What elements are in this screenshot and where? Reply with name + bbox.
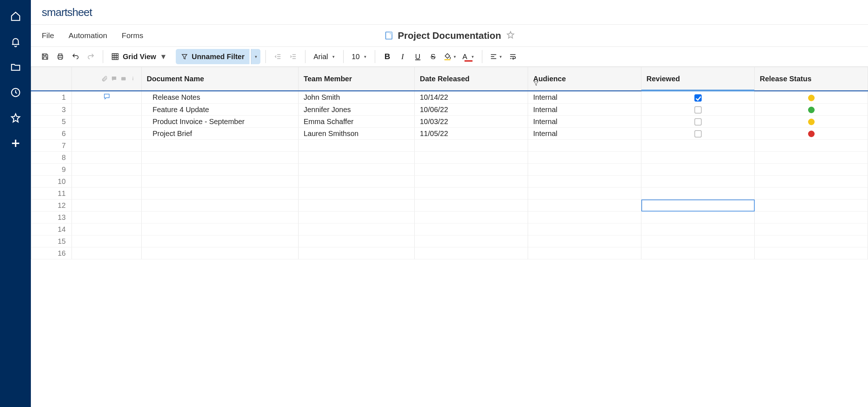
row-gutter[interactable] xyxy=(72,116,142,128)
row-gutter[interactable] xyxy=(72,211,142,223)
row-number[interactable]: 9 xyxy=(31,164,72,176)
cell-audience[interactable]: Internal xyxy=(528,128,641,140)
cell-document-name[interactable] xyxy=(142,235,299,247)
cell-reviewed[interactable] xyxy=(641,91,755,104)
cell-release-status[interactable] xyxy=(755,223,868,235)
favorite-star-icon[interactable] xyxy=(506,30,515,41)
cell-document-name[interactable] xyxy=(142,211,299,223)
underline-icon[interactable]: U xyxy=(411,50,425,63)
cell-audience[interactable] xyxy=(528,235,641,247)
cell-reviewed[interactable] xyxy=(641,104,755,116)
cell-release-status[interactable] xyxy=(755,128,868,140)
recents-icon[interactable] xyxy=(10,87,21,98)
cell-audience[interactable]: Internal xyxy=(528,91,641,104)
table-row[interactable]: 1Release NotesJohn Smith10/14/22Internal xyxy=(31,91,868,104)
cell-reviewed[interactable] xyxy=(641,247,755,259)
row-gutter[interactable] xyxy=(72,235,142,247)
brand-logo[interactable]: smartsheet xyxy=(42,6,92,18)
cell-team-member[interactable]: Emma Schaffer xyxy=(299,116,415,128)
col-team-member[interactable]: Team Member xyxy=(299,67,415,91)
row-number[interactable]: 3 xyxy=(31,104,72,116)
reviewed-checkbox[interactable] xyxy=(694,118,702,126)
view-switcher[interactable]: Grid View ▼ xyxy=(108,50,170,63)
bold-icon[interactable]: B xyxy=(380,50,394,63)
row-number[interactable]: 6 xyxy=(31,128,72,140)
cell-document-name[interactable]: Release Notes xyxy=(142,91,299,104)
print-icon[interactable] xyxy=(53,50,67,63)
cell-document-name[interactable] xyxy=(142,140,299,152)
cell-document-name[interactable] xyxy=(142,188,299,200)
home-icon[interactable] xyxy=(10,11,21,22)
table-row[interactable]: 8 xyxy=(31,152,868,164)
cell-date-released[interactable] xyxy=(415,176,528,188)
row-gutter[interactable] xyxy=(72,247,142,259)
italic-icon[interactable]: I xyxy=(396,50,409,63)
cell-reviewed[interactable] xyxy=(641,188,755,200)
cell-reviewed[interactable] xyxy=(641,116,755,128)
cell-release-status[interactable] xyxy=(755,104,868,116)
cell-team-member[interactable] xyxy=(299,235,415,247)
reviewed-checkbox[interactable] xyxy=(694,106,702,114)
cell-reviewed[interactable] xyxy=(641,223,755,235)
cell-audience[interactable] xyxy=(528,164,641,176)
table-row[interactable]: 3Feature 4 UpdateJennifer Jones10/06/22I… xyxy=(31,104,868,116)
row-number[interactable]: 12 xyxy=(31,200,72,211)
fill-color-icon[interactable]: ▼ xyxy=(441,50,459,63)
menu-file[interactable]: File xyxy=(42,31,54,40)
cell-audience[interactable] xyxy=(528,188,641,200)
row-number[interactable]: 10 xyxy=(31,176,72,188)
undo-icon[interactable] xyxy=(69,50,82,63)
cell-release-status[interactable] xyxy=(755,200,868,211)
table-row[interactable]: 15 xyxy=(31,235,868,247)
text-color-icon[interactable]: A ▼ xyxy=(460,50,476,63)
cell-release-status[interactable] xyxy=(755,176,868,188)
cell-team-member[interactable] xyxy=(299,247,415,259)
cell-team-member[interactable] xyxy=(299,140,415,152)
cell-team-member[interactable] xyxy=(299,200,415,211)
cell-team-member[interactable] xyxy=(299,211,415,223)
sheet-grid[interactable]: Document Name Team Member Date Released … xyxy=(31,67,868,407)
col-reviewed[interactable]: Reviewed xyxy=(641,67,755,91)
menu-automation[interactable]: Automation xyxy=(69,31,107,40)
cell-audience[interactable]: Internal xyxy=(528,116,641,128)
cell-date-released[interactable] xyxy=(415,188,528,200)
cell-release-status[interactable] xyxy=(755,116,868,128)
cell-team-member[interactable]: John Smith xyxy=(299,91,415,104)
add-icon[interactable] xyxy=(10,138,21,149)
row-number[interactable]: 7 xyxy=(31,140,72,152)
row-number[interactable]: 14 xyxy=(31,223,72,235)
cell-reviewed[interactable] xyxy=(641,200,755,211)
cell-audience[interactable] xyxy=(528,152,641,164)
row-number[interactable]: 13 xyxy=(31,211,72,223)
row-gutter[interactable] xyxy=(72,128,142,140)
cell-document-name[interactable]: Project Brief xyxy=(142,128,299,140)
row-gutter[interactable] xyxy=(72,164,142,176)
cell-date-released[interactable] xyxy=(415,140,528,152)
notifications-icon[interactable] xyxy=(10,36,21,47)
cell-team-member[interactable] xyxy=(299,152,415,164)
cell-reviewed[interactable] xyxy=(641,176,755,188)
cell-date-released[interactable]: 10/03/22 xyxy=(415,116,528,128)
cell-audience[interactable] xyxy=(528,211,641,223)
filter-dropdown[interactable]: ▼ xyxy=(251,49,260,64)
table-row[interactable]: 5Product Invoice - SeptemberEmma Schaffe… xyxy=(31,116,868,128)
col-release-status[interactable]: Release Status xyxy=(755,67,868,91)
cell-document-name[interactable] xyxy=(142,223,299,235)
font-select[interactable]: Arial ▼ xyxy=(311,53,338,61)
table-row[interactable]: 10 xyxy=(31,176,868,188)
cell-audience[interactable] xyxy=(528,247,641,259)
col-date-released[interactable]: Date Released xyxy=(415,67,528,91)
cell-date-released[interactable] xyxy=(415,235,528,247)
cell-date-released[interactable] xyxy=(415,152,528,164)
table-row[interactable]: 13 xyxy=(31,211,868,223)
row-number[interactable]: 15 xyxy=(31,235,72,247)
cell-date-released[interactable] xyxy=(415,164,528,176)
cell-team-member[interactable] xyxy=(299,164,415,176)
cell-document-name[interactable] xyxy=(142,200,299,211)
cell-release-status[interactable] xyxy=(755,247,868,259)
cell-team-member[interactable] xyxy=(299,223,415,235)
filter-button[interactable]: Unnamed Filter xyxy=(176,49,250,64)
cell-reviewed[interactable] xyxy=(641,152,755,164)
cell-release-status[interactable] xyxy=(755,140,868,152)
row-gutter[interactable] xyxy=(72,152,142,164)
